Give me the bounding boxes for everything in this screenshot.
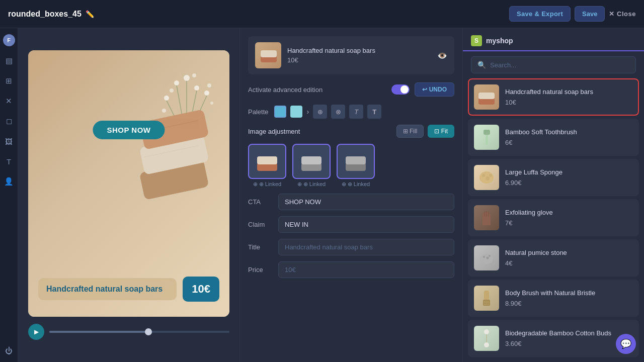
product-list-item-6[interactable]: Biodegradable Bamboo Cotton Buds 3.60€ xyxy=(468,320,639,357)
linked-image-thumb-2[interactable] xyxy=(292,144,331,179)
save-export-button[interactable]: Save & Export xyxy=(509,6,571,22)
user-avatar[interactable]: F xyxy=(3,34,15,46)
canvas-area: SHOP NOW Handcrafted natural soap bars 1… xyxy=(18,28,239,362)
linked-image-thumb-1[interactable] xyxy=(248,144,286,179)
shopify-icon: S xyxy=(471,35,482,46)
product-thumb-4 xyxy=(474,245,499,270)
product-list-info-2: Large Luffa Sponge 6.90€ xyxy=(505,168,633,187)
play-icon: ▶ xyxy=(34,328,39,335)
price-input[interactable] xyxy=(278,261,454,278)
search-icon: 🔍 xyxy=(477,61,486,69)
svg-rect-27 xyxy=(346,156,366,164)
product-list-item-0[interactable]: Handcrafted natural soap bars 10€ xyxy=(468,78,639,116)
svg-point-42 xyxy=(489,255,491,257)
left-sidebar: F ▤ ⊞ ✕ ◻ 🖼 T 👤 ⏻ xyxy=(0,28,18,362)
svg-point-9 xyxy=(164,96,169,101)
linked-image-thumb-3[interactable] xyxy=(337,144,375,179)
cta-input[interactable] xyxy=(278,194,454,210)
topbar: rounded_boxes_45 ✏️ Save & Export Save ✕… xyxy=(0,0,644,28)
fit-button[interactable]: ⊡ Fit xyxy=(428,125,454,138)
sidebar-icon-layers[interactable]: ▤ xyxy=(4,55,15,66)
sidebar-icon-text[interactable]: T xyxy=(4,156,15,167)
canvas-product-title: Handcrafted natural soap bars xyxy=(46,284,169,295)
search-input[interactable] xyxy=(490,61,629,69)
product-list-info-6: Biodegradable Bamboo Cotton Buds 3.60€ xyxy=(505,329,633,347)
svg-point-34 xyxy=(486,176,490,180)
palette-next-icon[interactable]: › xyxy=(306,108,309,116)
svg-point-5 xyxy=(174,80,179,85)
linked-images-row: ⊕ ⊕ Linked ⊕ ⊕ Linked xyxy=(248,144,454,188)
product-list-item-1[interactable]: Bamboo Soft Toothbrush 6€ xyxy=(468,119,639,156)
svg-rect-31 xyxy=(484,130,490,135)
svg-rect-23 xyxy=(257,156,277,164)
toggle-knob xyxy=(400,85,409,94)
sidebar-icon-power[interactable]: ⏻ xyxy=(4,345,15,356)
sidebar-icon-shapes[interactable]: ◻ xyxy=(4,116,15,127)
link-icon-2: ⊕ xyxy=(297,181,302,188)
close-button[interactable]: ✕ Close xyxy=(609,10,636,18)
undo-button[interactable]: ↩ UNDO xyxy=(415,82,454,97)
product-thumb-0 xyxy=(474,84,499,110)
timeline-progress xyxy=(49,331,148,333)
product-list-price-3: 7€ xyxy=(505,219,633,227)
product-list-name-4: Natural pumice stone xyxy=(505,249,633,257)
sidebar-icon-close[interactable]: ✕ xyxy=(4,96,15,107)
sidebar-icon-user[interactable]: 👤 xyxy=(4,176,15,187)
svg-point-8 xyxy=(204,90,209,96)
palette-gradient-icon[interactable]: ⊗ xyxy=(331,105,345,119)
svg-point-33 xyxy=(482,174,485,177)
product-card-price: 10€ xyxy=(287,56,431,64)
product-list-item-3[interactable]: Exfoliating glove 7€ xyxy=(468,199,639,236)
product-thumbnail xyxy=(255,42,281,68)
linked-label-2: ⊕ ⊕ Linked xyxy=(297,181,326,188)
svg-point-11 xyxy=(192,73,196,77)
svg-point-39 xyxy=(480,254,493,264)
sidebar-icon-image[interactable]: 🖼 xyxy=(4,136,15,147)
sidebar-icon-elements[interactable]: ⊞ xyxy=(4,75,15,86)
palette-font-icon2[interactable]: T xyxy=(367,105,381,119)
product-list-info-0: Handcrafted natural soap bars 10€ xyxy=(505,88,633,106)
center-panel: Handcrafted natural soap bars 10€ 👁️ Act… xyxy=(239,28,463,362)
palette-swatch-teal[interactable] xyxy=(274,106,286,118)
claim-input[interactable] xyxy=(278,216,454,233)
right-panel-header: S myshop xyxy=(463,28,644,51)
fill-button[interactable]: ⊞ Fill xyxy=(396,125,424,138)
product-card-name: Handcrafted natural soap bars xyxy=(287,47,431,54)
product-list-item-2[interactable]: Large Luffa Sponge 6.90€ xyxy=(468,159,639,196)
advanced-edition-toggle[interactable] xyxy=(391,84,410,95)
product-list-name-0: Handcrafted natural soap bars xyxy=(505,88,633,97)
shop-now-button[interactable]: SHOP NOW xyxy=(93,121,165,139)
product-list-price-0: 10€ xyxy=(505,99,633,106)
advanced-edition-label: Activate advanced edition xyxy=(248,86,323,94)
chat-bubble[interactable]: 💬 xyxy=(616,334,636,354)
timeline-track[interactable] xyxy=(49,331,229,333)
visibility-toggle-icon[interactable]: 👁️ xyxy=(437,51,447,60)
price-label: Price xyxy=(248,266,272,274)
page-title: rounded_boxes_45 xyxy=(8,10,82,19)
edit-title-icon[interactable]: ✏️ xyxy=(86,10,94,18)
linked-label-1: ⊕ ⊕ Linked xyxy=(253,181,281,188)
palette-swatch-light-blue[interactable] xyxy=(290,106,302,118)
selected-product-card: Handcrafted natural soap bars 10€ 👁️ xyxy=(248,36,454,74)
title-input[interactable] xyxy=(278,239,454,255)
product-thumb-1 xyxy=(474,125,499,150)
palette-texture-icon[interactable]: ⊕ xyxy=(313,105,327,119)
canvas-price-box: 10€ xyxy=(183,277,219,302)
palette-font-icon1[interactable]: T xyxy=(349,105,363,119)
topbar-right: Save & Export Save ✕ Close xyxy=(509,6,636,22)
linked-image-1: ⊕ ⊕ Linked xyxy=(248,144,286,188)
timeline-thumb[interactable] xyxy=(145,328,152,335)
product-list-info-1: Bamboo Soft Toothbrush 6€ xyxy=(505,128,633,146)
product-list-item-4[interactable]: Natural pumice stone 4€ xyxy=(468,239,639,277)
canvas-price: 10€ xyxy=(192,283,210,296)
claim-label: Claim xyxy=(248,221,272,228)
product-list-name-6: Biodegradable Bamboo Cotton Buds xyxy=(505,329,633,338)
advanced-edition-row: Activate advanced edition ↩ UNDO xyxy=(248,80,454,99)
product-list-name-1: Bamboo Soft Toothbrush xyxy=(505,128,633,137)
svg-point-40 xyxy=(483,256,485,258)
product-list-item-5[interactable]: Body Brush with Natural Bristle 8.90€ xyxy=(468,280,639,317)
right-panel: S myshop 🔍 Handcrafted natural soap bars… xyxy=(463,28,644,362)
save-button[interactable]: Save xyxy=(575,6,605,22)
play-button[interactable]: ▶ xyxy=(28,324,44,340)
product-list-name-2: Large Luffa Sponge xyxy=(505,168,633,177)
